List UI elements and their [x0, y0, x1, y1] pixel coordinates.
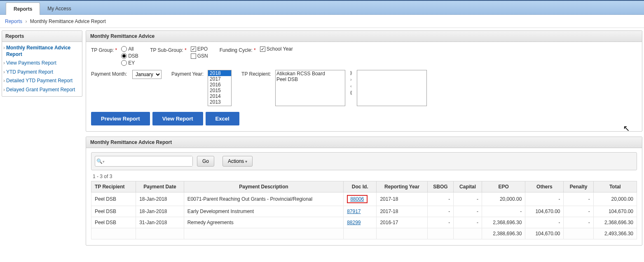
cell-desc: Remedy Agreements — [184, 217, 343, 228]
tp-subgroup-label: TP Sub-Group: * — [150, 46, 187, 53]
doc-id-link[interactable]: 88299 — [347, 220, 361, 225]
doc-id-link[interactable]: 87917 — [347, 209, 361, 214]
payment-year-label: Payment Year: — [171, 70, 204, 77]
payment-year-list[interactable]: 2018 2017 2016 2015 2014 2013 — [208, 70, 232, 106]
cell-epo: 2,368,696.30 — [482, 217, 525, 228]
tp-group-dsb[interactable]: DSB — [121, 53, 146, 59]
cell-tot: 20,000.00 — [593, 192, 637, 206]
recipient-option[interactable]: Atikokan RCSS Board — [276, 71, 344, 77]
sidebar: Reports Monthly Remittance Advice Report… — [2, 30, 82, 97]
col-reporting-year[interactable]: Reporting Year — [377, 181, 427, 192]
col-total[interactable]: Total — [593, 181, 637, 192]
actions-button[interactable]: Actions — [222, 156, 253, 167]
shuttle-controls: ⟫ › ‹ ⟪ — [348, 70, 354, 95]
cell-others: 104,670.00 — [525, 206, 564, 217]
cell-pen: - — [564, 217, 593, 228]
cell-date: 18-Jan-2018 — [136, 206, 184, 217]
col-penalty[interactable]: Penalty — [564, 181, 593, 192]
tp-group-ey[interactable]: EY — [121, 60, 146, 66]
table-row: Peel DSB18-Jan-2018E0071-Parent Reaching… — [91, 192, 637, 206]
sidebar-item-monthly-remittance[interactable]: Monthly Remittance Advice Report — [6, 45, 80, 58]
cell-yr: 2017-18 — [377, 192, 427, 206]
cell-yr: 2017-18 — [377, 206, 427, 217]
sidebar-item-ytd-payment[interactable]: YTD Payment Report — [6, 69, 80, 76]
year-option[interactable]: 2018 — [208, 70, 231, 76]
year-option[interactable]: 2015 — [208, 88, 231, 93]
col-sbog[interactable]: SBOG — [427, 181, 453, 192]
year-option[interactable]: 2017 — [208, 76, 231, 82]
tab-reports[interactable]: Reports — [6, 2, 40, 15]
result-count: 1 - 3 of 3 — [91, 170, 637, 181]
tp-recipient-available[interactable]: Atikokan RCSS Board Peel DSB — [275, 70, 345, 106]
payment-month-select[interactable]: January — [132, 70, 162, 79]
view-report-button[interactable]: View Report — [152, 112, 203, 125]
filter-panel: Monthly Remittance Advice TP Group: * Al… — [86, 30, 642, 132]
year-option[interactable]: 2014 — [208, 93, 231, 99]
table-row: Peel DSB18-Jan-2018Early Development Ins… — [91, 206, 637, 217]
doc-id-link[interactable]: 88006 — [350, 196, 364, 202]
report-panel: Monthly Remittance Advice Report 🔍▾ Go A… — [86, 137, 642, 246]
tp-group-all[interactable]: All — [121, 46, 146, 52]
table-row: Peel DSB31-Jan-2018Remedy Agreements8829… — [91, 217, 637, 228]
move-all-left-icon[interactable]: ⟪ — [348, 90, 354, 95]
totals-row: 2,388,696.30104,670.002,493,366.30 — [91, 228, 637, 239]
cell-others: - — [525, 217, 564, 228]
cell-doc: 87917 — [344, 206, 377, 217]
total-grand: 2,493,366.30 — [593, 228, 637, 239]
tp-sub-epo[interactable]: EPO — [191, 46, 215, 52]
col-epo[interactable]: EPO — [482, 181, 525, 192]
total-others: 104,670.00 — [525, 228, 564, 239]
cell-cap: - — [454, 192, 482, 206]
cell-desc: Early Development Instrument — [184, 206, 343, 217]
search-input[interactable] — [106, 156, 192, 166]
breadcrumb: Reports › Monthly Remittance Advice Repo… — [0, 15, 644, 28]
cell-tp: Peel DSB — [91, 192, 136, 206]
top-tabs: Reports My Access — [0, 0, 644, 15]
preview-report-button[interactable]: Preview Report — [91, 112, 150, 125]
tab-my-access[interactable]: My Access — [40, 2, 78, 14]
move-all-right-icon[interactable]: ⟫ — [348, 70, 354, 76]
search-icon[interactable]: 🔍▾ — [95, 158, 106, 164]
cell-others: - — [525, 192, 564, 206]
sidebar-item-view-payments[interactable]: View Payments Report — [6, 60, 80, 67]
breadcrumb-root[interactable]: Reports — [5, 19, 22, 24]
cell-tot: 104,670.00 — [593, 206, 637, 217]
funding-cycle-school-year[interactable]: School Year — [260, 46, 293, 52]
filter-panel-title: Monthly Remittance Advice — [86, 31, 642, 42]
sidebar-item-delayed-grant[interactable]: Delayed Grant Payment Report — [6, 87, 80, 93]
payment-month-label: Payment Month: — [91, 70, 128, 77]
col-payment-description[interactable]: Payment Description — [184, 181, 343, 192]
col-tp-recipient[interactable]: TP Recipient — [91, 181, 136, 192]
col-capital[interactable]: Capital — [454, 181, 482, 192]
report-table: TP Recipient Payment Date Payment Descri… — [91, 181, 637, 239]
cell-desc: E0071-Parent Reaching Out Grants - Provi… — [184, 192, 343, 206]
tp-group-label: TP Group: * — [91, 46, 117, 53]
cell-tp: Peel DSB — [91, 206, 136, 217]
recipient-option[interactable]: Peel DSB — [276, 77, 344, 82]
tp-sub-gsn[interactable]: GSN — [191, 53, 215, 59]
cell-sbog: - — [427, 192, 453, 206]
cell-cap: - — [454, 217, 482, 228]
sidebar-item-detailed-ytd[interactable]: Detailed YTD Payment Report — [6, 78, 80, 84]
year-option[interactable]: 2013 — [208, 99, 231, 105]
funding-cycle-label: Funding Cycle: * — [220, 46, 256, 53]
col-doc-id[interactable]: Doc Id. — [344, 181, 377, 192]
cell-doc: 88006 — [344, 192, 377, 206]
excel-button[interactable]: Excel — [206, 112, 239, 125]
cell-sbog: - — [427, 217, 453, 228]
cell-doc: 88299 — [344, 217, 377, 228]
year-option[interactable]: 2016 — [208, 82, 231, 88]
col-payment-date[interactable]: Payment Date — [136, 181, 184, 192]
col-others[interactable]: Others — [525, 181, 564, 192]
cell-tp: Peel DSB — [91, 217, 136, 228]
cell-cap: - — [454, 206, 482, 217]
go-button[interactable]: Go — [197, 156, 214, 167]
tp-recipient-label: TP Recipient: — [241, 70, 271, 77]
total-epo: 2,388,696.30 — [482, 228, 525, 239]
tp-recipient-selected[interactable] — [357, 70, 427, 106]
cell-sbog: - — [427, 206, 453, 217]
breadcrumb-sep: › — [23, 19, 28, 24]
move-right-icon[interactable]: › — [348, 77, 354, 82]
move-left-icon[interactable]: ‹ — [348, 83, 354, 89]
cell-epo: - — [482, 206, 525, 217]
